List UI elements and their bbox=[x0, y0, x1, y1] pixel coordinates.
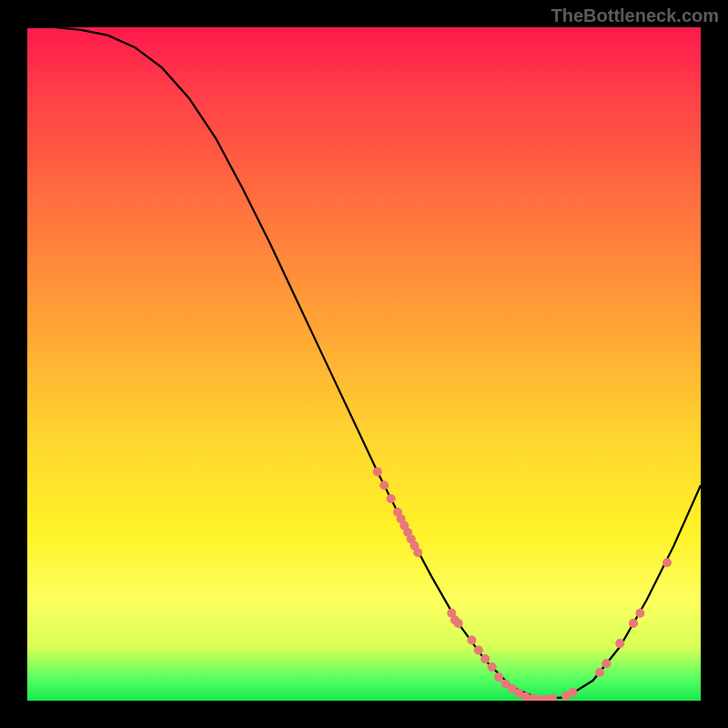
chart-svg bbox=[27, 27, 701, 701]
data-point bbox=[615, 639, 624, 648]
data-point bbox=[595, 668, 604, 677]
data-point bbox=[454, 619, 463, 628]
data-point bbox=[387, 494, 396, 503]
data-point bbox=[474, 646, 483, 655]
data-point bbox=[662, 558, 672, 567]
data-points bbox=[373, 467, 672, 701]
chart-container: TheBottleneck.com bbox=[0, 0, 728, 728]
data-point bbox=[635, 609, 644, 618]
data-point bbox=[480, 654, 490, 663]
data-point bbox=[602, 659, 611, 668]
bottleneck-curve bbox=[27, 27, 701, 699]
plot-area bbox=[27, 27, 701, 701]
data-point bbox=[548, 694, 557, 701]
data-point bbox=[488, 662, 497, 672]
data-point bbox=[467, 635, 476, 644]
data-point bbox=[494, 672, 503, 682]
data-point bbox=[373, 467, 382, 476]
data-point bbox=[413, 548, 422, 557]
data-point bbox=[629, 619, 638, 628]
data-point bbox=[379, 480, 389, 490]
data-point bbox=[568, 688, 577, 697]
watermark-text: TheBottleneck.com bbox=[551, 5, 719, 26]
